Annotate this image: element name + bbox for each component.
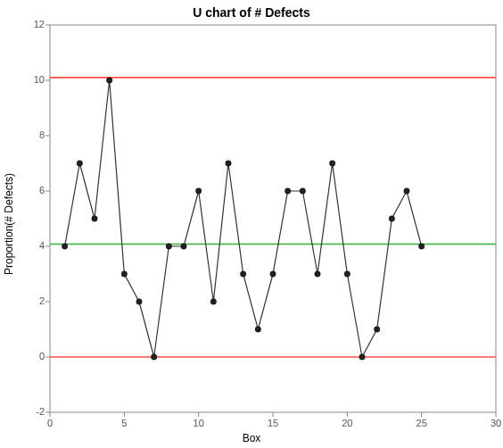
data-point: [92, 216, 97, 221]
data-point: [166, 244, 171, 249]
x-tick-label: 20: [342, 418, 352, 428]
data-point: [181, 244, 186, 249]
y-tick-label: 2: [20, 295, 45, 306]
data-point: [195, 188, 201, 194]
data-point: [300, 188, 305, 194]
data-point: [62, 244, 67, 249]
x-tick-label: 30: [491, 418, 501, 428]
data-point: [359, 354, 365, 360]
y-tick-label: 4: [20, 240, 45, 251]
y-tick-label: -2: [20, 406, 45, 417]
data-point: [77, 161, 82, 166]
y-tick-label: 0: [20, 351, 45, 361]
x-tick-label: 10: [194, 418, 204, 428]
data-point: [404, 188, 409, 194]
data-point: [121, 271, 127, 277]
x-tick-label: 25: [416, 418, 427, 428]
y-tick-label: 10: [20, 74, 45, 85]
data-point: [270, 271, 276, 277]
data-point: [329, 161, 334, 166]
data-point: [210, 299, 216, 304]
data-point: [106, 78, 111, 83]
data-point: [151, 354, 156, 360]
x-tick-label: 5: [121, 418, 127, 428]
svg-rect-0: [50, 25, 496, 412]
data-point: [374, 327, 379, 332]
data-point: [284, 188, 290, 194]
x-tick-label: 15: [268, 418, 278, 428]
data-point: [136, 299, 142, 304]
data-point: [255, 327, 260, 332]
data-point: [418, 244, 424, 249]
y-tick-label: 12: [20, 19, 45, 29]
data-point: [226, 161, 231, 166]
y-tick-label: 8: [20, 129, 45, 140]
data-point: [389, 216, 394, 221]
data-point: [240, 271, 245, 277]
x-tick-label: 0: [47, 418, 53, 428]
y-tick-label: 6: [20, 185, 45, 195]
chart-plot-area: [0, 0, 503, 448]
data-point: [344, 271, 350, 277]
data-point: [315, 271, 320, 277]
